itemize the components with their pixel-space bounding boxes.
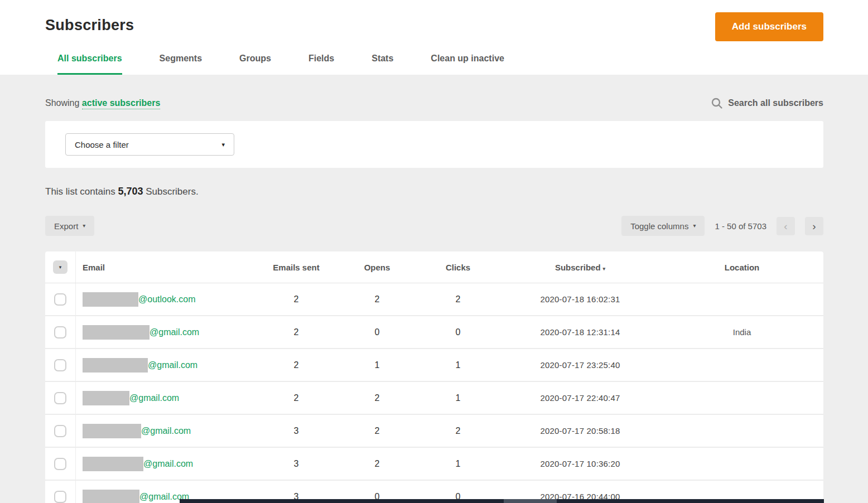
subscriber-email-link[interactable]: @gmail.com bbox=[148, 360, 197, 370]
chevron-down-icon: ▾ bbox=[83, 223, 85, 229]
tab-fields[interactable]: Fields bbox=[308, 54, 334, 75]
subscribed-date: 2020-07-17 22:40:47 bbox=[500, 393, 660, 403]
emails-sent-value: 3 bbox=[254, 426, 338, 436]
column-header-subscribed[interactable]: Subscribed▾ bbox=[500, 263, 660, 272]
emails-sent-value: 2 bbox=[254, 360, 338, 370]
toggle-columns-label: Toggle columns bbox=[630, 221, 688, 231]
search-icon bbox=[711, 97, 723, 109]
redacted-email-local-part bbox=[83, 292, 138, 307]
emails-sent-value: 2 bbox=[254, 294, 338, 304]
clicks-value: 2 bbox=[416, 426, 500, 436]
row-checkbox[interactable] bbox=[54, 425, 66, 437]
horizontal-scrollbar-thumb[interactable] bbox=[504, 499, 557, 503]
tab-clean-up-inactive[interactable]: Clean up inactive bbox=[431, 54, 504, 75]
table-body: @outlook.com 2 2 2 2020-07-18 16:02:31 @… bbox=[45, 283, 823, 503]
table-row: @gmail.com 2 1 1 2020-07-17 23:25:40 bbox=[45, 349, 823, 382]
select-all-dropdown-button[interactable]: ▾ bbox=[53, 260, 67, 274]
tabs: All subscribersSegmentsGroupsFieldsStats… bbox=[57, 54, 504, 75]
summary-suffix: Subscribers. bbox=[146, 186, 198, 197]
filter-dropdown[interactable]: Choose a filter ▾ bbox=[65, 133, 234, 156]
subscriber-email-link[interactable]: @outlook.com bbox=[138, 294, 196, 304]
opens-value: 1 bbox=[338, 360, 416, 370]
column-header-emails-sent[interactable]: Emails sent bbox=[254, 263, 338, 272]
redacted-email-local-part bbox=[83, 391, 129, 405]
pagination-range: 1 - 50 of 5703 bbox=[715, 221, 766, 231]
next-page-button[interactable]: › bbox=[805, 217, 823, 235]
subscribers-table: ▾ Email Emails sent Opens Clicks Subscri… bbox=[45, 252, 823, 503]
actions-row: Export ▾ Toggle columns ▾ 1 - 50 of 5703… bbox=[45, 216, 823, 236]
table-row: @gmail.com 3 2 2 2020-07-17 20:58:18 bbox=[45, 415, 823, 448]
content-area: Showing active subscribers Search all su… bbox=[0, 75, 868, 503]
row-checkbox[interactable] bbox=[54, 458, 66, 470]
column-header-email[interactable]: Email bbox=[76, 263, 254, 272]
opens-value: 2 bbox=[338, 459, 416, 469]
sort-desc-icon: ▾ bbox=[603, 266, 606, 272]
tab-segments[interactable]: Segments bbox=[160, 54, 202, 75]
row-checkbox[interactable] bbox=[54, 392, 66, 404]
table-row: @outlook.com 2 2 2 2020-07-18 16:02:31 bbox=[45, 283, 823, 316]
subscriber-email-link[interactable]: @gmail.com bbox=[129, 393, 179, 403]
subscriber-email-link[interactable]: @gmail.com bbox=[150, 327, 199, 337]
subscriber-count: 5,703 bbox=[118, 186, 143, 197]
table-row: @gmail.com 2 2 1 2020-07-17 22:40:47 bbox=[45, 382, 823, 415]
tab-stats[interactable]: Stats bbox=[372, 54, 393, 75]
list-summary: This list contains 5,703 Subscribers. bbox=[45, 186, 823, 197]
top-header: Subscribers Add subscribers All subscrib… bbox=[0, 0, 868, 75]
location-value: India bbox=[660, 327, 823, 337]
showing-filter-link[interactable]: active subscribers bbox=[82, 98, 161, 109]
subscribed-date: 2020-07-17 23:25:40 bbox=[500, 360, 660, 370]
opens-value: 0 bbox=[338, 327, 416, 337]
redacted-email-local-part bbox=[83, 424, 141, 438]
page-title: Subscribers bbox=[45, 17, 134, 34]
clicks-value: 1 bbox=[416, 360, 500, 370]
row-checkbox[interactable] bbox=[54, 491, 66, 503]
filter-dropdown-value: Choose a filter bbox=[75, 140, 129, 149]
pagination-controls: Toggle columns ▾ 1 - 50 of 5703 ‹ › bbox=[621, 216, 823, 236]
search-label: Search all subscribers bbox=[728, 98, 823, 108]
opens-value: 2 bbox=[338, 294, 416, 304]
emails-sent-value: 2 bbox=[254, 327, 338, 337]
column-header-location[interactable]: Location bbox=[660, 263, 823, 272]
filter-card: Choose a filter ▾ bbox=[45, 121, 823, 168]
redacted-email-local-part bbox=[83, 490, 139, 503]
table-row: @gmail.com 2 0 0 2020-07-18 12:31:14 Ind… bbox=[45, 316, 823, 349]
clicks-value: 0 bbox=[416, 327, 500, 337]
summary-prefix: This list contains bbox=[45, 186, 115, 197]
subscriber-email-link[interactable]: @gmail.com bbox=[143, 459, 193, 469]
table-header-row: ▾ Email Emails sent Opens Clicks Subscri… bbox=[45, 252, 823, 283]
export-button[interactable]: Export ▾ bbox=[45, 216, 94, 236]
redacted-email-local-part bbox=[83, 325, 150, 340]
subscribed-date: 2020-07-18 16:02:31 bbox=[500, 294, 660, 304]
select-column-header: ▾ bbox=[45, 252, 76, 283]
tab-groups[interactable]: Groups bbox=[239, 54, 271, 75]
column-header-opens[interactable]: Opens bbox=[338, 263, 416, 272]
tab-all-subscribers[interactable]: All subscribers bbox=[57, 54, 122, 75]
prev-page-button[interactable]: ‹ bbox=[777, 217, 795, 235]
clicks-value: 2 bbox=[416, 294, 500, 304]
showing-row: Showing active subscribers Search all su… bbox=[45, 97, 823, 109]
subscribed-date: 2020-07-17 10:36:20 bbox=[500, 459, 660, 468]
emails-sent-value: 3 bbox=[254, 459, 338, 469]
subscribed-date: 2020-07-18 12:31:14 bbox=[500, 327, 660, 337]
row-checkbox[interactable] bbox=[54, 293, 66, 306]
column-header-clicks[interactable]: Clicks bbox=[416, 263, 500, 272]
chevron-down-icon: ▾ bbox=[693, 223, 696, 229]
redacted-email-local-part bbox=[83, 457, 143, 471]
opens-value: 2 bbox=[338, 393, 416, 403]
horizontal-scrollbar-track[interactable] bbox=[180, 499, 824, 503]
redacted-email-local-part bbox=[83, 358, 148, 373]
toggle-columns-button[interactable]: Toggle columns ▾ bbox=[621, 216, 705, 236]
opens-value: 2 bbox=[338, 426, 416, 436]
row-checkbox[interactable] bbox=[54, 326, 66, 338]
add-subscribers-button[interactable]: Add subscribers bbox=[715, 12, 823, 41]
subscribed-date: 2020-07-17 20:58:18 bbox=[500, 426, 660, 436]
chevron-down-icon: ▾ bbox=[221, 142, 225, 148]
emails-sent-value: 2 bbox=[254, 393, 338, 403]
search-all-subscribers[interactable]: Search all subscribers bbox=[711, 97, 823, 109]
export-label: Export bbox=[54, 221, 78, 231]
showing-label: Showing bbox=[45, 98, 79, 108]
row-checkbox[interactable] bbox=[54, 359, 66, 371]
subscriber-email-link[interactable]: @gmail.com bbox=[141, 426, 191, 436]
clicks-value: 1 bbox=[416, 459, 500, 469]
showing-text: Showing active subscribers bbox=[45, 98, 160, 108]
